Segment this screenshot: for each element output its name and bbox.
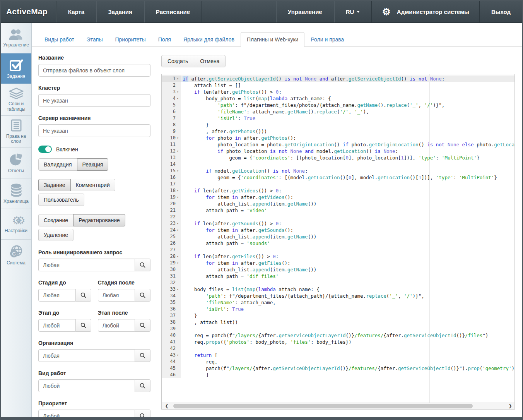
fold-arrow-icon[interactable]: ▾ [176, 220, 180, 227]
sidebar-item-6[interactable]: Хранилища [1, 178, 31, 209]
fold-arrow-icon[interactable]: ▾ [176, 187, 180, 194]
tab-1[interactable]: Виды работ [38, 32, 80, 47]
logout-button[interactable]: Выход [480, 1, 522, 22]
event-1-button[interactable]: Создание [38, 214, 73, 226]
code-line-25[interactable]: 25 attach_list.append(item.getName()) [162, 233, 514, 240]
tab-3[interactable]: Приоритеты [109, 32, 152, 47]
fold-arrow-icon[interactable]: ▾ [176, 135, 180, 141]
code-line-16[interactable]: 16 geom = {'coordinates': [(model.getLoc… [162, 174, 514, 181]
nav-schedule[interactable]: Расписание [144, 1, 202, 22]
code-line-10[interactable]: 10▾ for photo in after.getPhotos(): [162, 135, 514, 141]
sidebar-item-2[interactable]: Задания [1, 53, 31, 84]
code-line-17[interactable]: 17 [162, 181, 514, 187]
fold-arrow-icon[interactable]: ▾ [176, 75, 180, 82]
code-line-30[interactable]: 30 attach_list.append(item.getName()) [162, 266, 514, 273]
priority-input[interactable] [38, 410, 135, 420]
code-line-6[interactable]: 6 'fileName': attach_name.getName().repl… [162, 108, 514, 115]
fold-arrow-icon[interactable]: ▾ [176, 89, 180, 95]
code-line-12[interactable]: 12▾ if photo_location is not None and mo… [162, 148, 514, 154]
target-1-button[interactable]: Задание [38, 179, 71, 191]
cancel-button[interactable]: Отмена [194, 55, 226, 67]
code-line-46[interactable]: 46 ] [162, 372, 514, 378]
code-line-40[interactable]: 40 req = patch(f"/layers/{after.getServi… [162, 332, 514, 339]
enabled-toggle[interactable] [38, 146, 52, 153]
role-input[interactable] [38, 259, 135, 271]
step-before-search-button[interactable] [76, 319, 91, 332]
priority-search-button[interactable] [135, 410, 150, 420]
code-line-26[interactable]: 26 attach_path = 'sounds' [162, 240, 514, 247]
mode-2-button[interactable]: Реакция [77, 158, 109, 171]
code-line-37[interactable]: 37 } [162, 312, 514, 319]
code-line-42[interactable]: 42 [162, 345, 514, 352]
code-line-36[interactable]: 36 'isUrl': True [162, 306, 514, 312]
code-line-15[interactable]: 15▾ if model.getLocation() is not None: [162, 168, 514, 174]
fold-arrow-icon[interactable]: ▾ [176, 95, 180, 102]
work-type-search-button[interactable] [135, 379, 150, 392]
code-editor[interactable]: 1▾if after.getServiceObjectLayerId() is … [161, 74, 515, 410]
nav-management[interactable]: Управление [276, 1, 334, 22]
organization-input[interactable] [38, 349, 135, 362]
code-line-28[interactable]: 28▾ if len(after.getFiles()) > 0: [162, 253, 514, 260]
code-line-4[interactable]: 4▾ body_photo = list(map(lambda attach_n… [162, 95, 514, 102]
step-after-input[interactable] [98, 319, 135, 332]
code-line-27[interactable]: 27 [162, 247, 514, 253]
code-line-2[interactable]: 2 attach_list = [] [162, 82, 514, 89]
fold-arrow-icon[interactable]: ▾ [176, 227, 180, 233]
code-line-31[interactable]: 31 attach_path = 'dif_files' [162, 273, 514, 279]
code-line-19[interactable]: 19▾ for item in after.getVideos(): [162, 194, 514, 201]
code-line-13[interactable]: 13 geom = {'coordinates': [(photo_locati… [162, 154, 514, 161]
sidebar-item-7[interactable]: ⚙⚙Настройки [1, 209, 31, 240]
step-before-input[interactable] [38, 319, 76, 332]
tab-5[interactable]: Ярлыки для файлов [177, 32, 241, 47]
role-search-button[interactable] [135, 259, 150, 271]
work-type-input[interactable] [38, 379, 135, 392]
cluster-input[interactable] [38, 94, 150, 107]
code-line-29[interactable]: 29▾ for item in after.getFiles(): [162, 260, 514, 266]
server-input[interactable] [38, 124, 150, 137]
mode-1-button[interactable]: Валидация [38, 158, 77, 171]
tab-4[interactable]: Поля [152, 32, 177, 47]
code-line-11[interactable]: 11 photo_location = photo.getOriginLocat… [162, 141, 514, 148]
fold-arrow-icon[interactable]: ▾ [176, 253, 180, 260]
code-line-23[interactable]: 23▾ if len(after.getSounds()) > 0: [162, 220, 514, 227]
code-line-41[interactable]: 41 req.props({'photos': body_photo, 'fil… [162, 339, 514, 345]
sidebar-item-4[interactable]: Права на слои [1, 116, 31, 148]
event-2-button[interactable]: Редактирование [73, 214, 125, 226]
code-line-45[interactable]: 45 patch(f"/layers/{after.getServiceObje… [162, 365, 514, 372]
code-line-32[interactable]: 32 [162, 279, 514, 286]
fold-arrow-icon[interactable]: ▾ [176, 148, 180, 154]
language-dropdown[interactable]: RU [334, 1, 372, 22]
user-account[interactable]: ⚙ Администратор системы [372, 1, 479, 22]
sidebar-item-1[interactable]: Управление [1, 23, 31, 53]
name-input[interactable] [38, 64, 150, 77]
code-line-1[interactable]: 1▾if after.getServiceObjectLayerId() is … [162, 75, 514, 82]
event-extra-1-button[interactable]: Удаление [38, 229, 73, 241]
fold-arrow-icon[interactable]: ▾ [176, 260, 180, 266]
fold-arrow-icon[interactable]: ▾ [176, 352, 180, 358]
sidebar-item-3[interactable]: Слои и таблицы [1, 84, 31, 116]
target-2-button[interactable]: Комментарий [70, 179, 115, 191]
nav-map[interactable]: Карта [56, 1, 96, 22]
code-line-9[interactable]: 9 , after.getPhotos())) [162, 128, 514, 135]
create-button[interactable]: Создать [161, 55, 194, 67]
code-line-5[interactable]: 5 'path': f"/department_files/photos/{at… [162, 102, 514, 108]
tab-6[interactable]: Плагины и Web-хуки [241, 32, 304, 47]
stage-after-search-button[interactable] [135, 289, 150, 302]
organization-search-button[interactable] [135, 349, 150, 362]
code-line-24[interactable]: 24▾ for item in after.getSounds(): [162, 227, 514, 233]
fold-arrow-icon[interactable]: ▾ [176, 286, 180, 293]
fold-arrow-icon[interactable]: ▾ [176, 194, 180, 201]
code-line-3[interactable]: 3▾ if len(after.getPhotos()) > 0: [162, 89, 514, 95]
code-line-39[interactable]: 39 [162, 326, 514, 332]
stage-before-input[interactable] [38, 289, 76, 302]
code-line-34[interactable]: 34 'path': f"/department_files/{attach_p… [162, 293, 514, 299]
tab-7[interactable]: Роли и права [304, 32, 350, 47]
scrollbar-thumb[interactable] [173, 404, 473, 408]
tab-2[interactable]: Этапы [80, 32, 109, 47]
stage-before-search-button[interactable] [76, 289, 91, 302]
code-line-33[interactable]: 33▾ body_files = list(map(lambda attach_… [162, 286, 514, 293]
sidebar-item-5[interactable]: Отчеты [1, 148, 31, 178]
code-line-8[interactable]: 8 } [162, 122, 514, 128]
stage-after-input[interactable] [98, 289, 135, 302]
code-line-7[interactable]: 7 'isUrl': True [162, 115, 514, 122]
